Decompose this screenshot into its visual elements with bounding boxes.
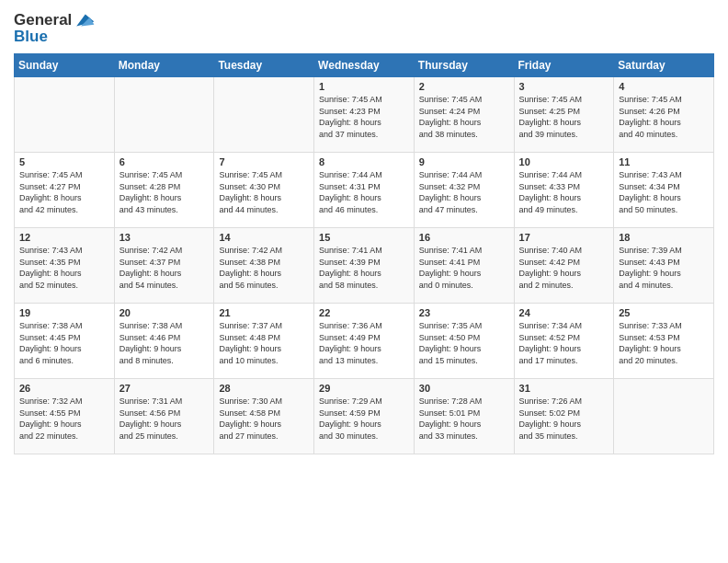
day-cell: 30Sunrise: 7:28 AM Sunset: 5:01 PM Dayli… xyxy=(414,379,514,454)
day-number: 15 xyxy=(319,232,409,243)
day-number: 12 xyxy=(19,232,109,243)
header: General Blue xyxy=(14,9,714,46)
day-content: Sunrise: 7:40 AM Sunset: 4:42 PM Dayligh… xyxy=(519,245,609,291)
day-content: Sunrise: 7:39 AM Sunset: 4:43 PM Dayligh… xyxy=(619,245,709,291)
day-content: Sunrise: 7:41 AM Sunset: 4:39 PM Dayligh… xyxy=(319,245,409,291)
weekday-header-wednesday: Wednesday xyxy=(314,54,415,77)
day-number: 5 xyxy=(19,156,109,167)
day-cell: 27Sunrise: 7:31 AM Sunset: 4:56 PM Dayli… xyxy=(114,379,214,454)
day-content: Sunrise: 7:38 AM Sunset: 4:46 PM Dayligh… xyxy=(119,320,210,366)
day-number: 24 xyxy=(519,307,609,318)
day-cell: 31Sunrise: 7:26 AM Sunset: 5:02 PM Dayli… xyxy=(514,379,614,454)
day-cell: 8Sunrise: 7:44 AM Sunset: 4:31 PM Daylig… xyxy=(314,153,415,228)
weekday-header-saturday: Saturday xyxy=(614,54,714,77)
day-cell: 13Sunrise: 7:42 AM Sunset: 4:37 PM Dayli… xyxy=(114,228,214,304)
day-number: 27 xyxy=(119,383,210,394)
day-cell: 20Sunrise: 7:38 AM Sunset: 4:46 PM Dayli… xyxy=(114,304,214,379)
day-cell xyxy=(614,379,714,454)
day-cell: 19Sunrise: 7:38 AM Sunset: 4:45 PM Dayli… xyxy=(15,304,115,379)
day-number: 31 xyxy=(519,383,609,394)
day-content: Sunrise: 7:32 AM Sunset: 4:55 PM Dayligh… xyxy=(19,396,109,442)
day-content: Sunrise: 7:30 AM Sunset: 4:58 PM Dayligh… xyxy=(219,396,309,442)
day-number: 18 xyxy=(619,232,709,243)
day-number: 11 xyxy=(619,156,709,167)
day-cell: 15Sunrise: 7:41 AM Sunset: 4:39 PM Dayli… xyxy=(314,228,415,304)
day-content: Sunrise: 7:28 AM Sunset: 5:01 PM Dayligh… xyxy=(419,396,509,442)
day-content: Sunrise: 7:38 AM Sunset: 4:45 PM Dayligh… xyxy=(19,320,109,366)
day-number: 22 xyxy=(319,307,409,318)
day-number: 16 xyxy=(419,232,509,243)
day-cell: 9Sunrise: 7:44 AM Sunset: 4:32 PM Daylig… xyxy=(414,153,514,228)
day-cell: 28Sunrise: 7:30 AM Sunset: 4:58 PM Dayli… xyxy=(214,379,314,454)
day-cell: 1Sunrise: 7:45 AM Sunset: 4:23 PM Daylig… xyxy=(314,77,415,153)
day-cell: 4Sunrise: 7:45 AM Sunset: 4:26 PM Daylig… xyxy=(614,77,714,153)
day-number: 6 xyxy=(119,156,210,167)
day-number: 10 xyxy=(519,156,609,167)
day-cell: 17Sunrise: 7:40 AM Sunset: 4:42 PM Dayli… xyxy=(514,228,614,304)
weekday-header-sunday: Sunday xyxy=(15,54,115,77)
day-content: Sunrise: 7:43 AM Sunset: 4:35 PM Dayligh… xyxy=(19,245,109,291)
week-row-1: 1Sunrise: 7:45 AM Sunset: 4:23 PM Daylig… xyxy=(15,77,714,153)
week-row-3: 12Sunrise: 7:43 AM Sunset: 4:35 PM Dayli… xyxy=(15,228,714,304)
day-cell: 22Sunrise: 7:36 AM Sunset: 4:49 PM Dayli… xyxy=(314,304,415,379)
logo-general-text: General xyxy=(14,11,72,29)
logo: General Blue xyxy=(14,9,96,46)
day-content: Sunrise: 7:43 AM Sunset: 4:34 PM Dayligh… xyxy=(619,169,709,215)
calendar-page: General Blue SundayMondayTuesdayWednesda… xyxy=(0,0,728,563)
day-cell: 14Sunrise: 7:42 AM Sunset: 4:38 PM Dayli… xyxy=(214,228,314,304)
week-row-2: 5Sunrise: 7:45 AM Sunset: 4:27 PM Daylig… xyxy=(15,153,714,228)
day-cell: 10Sunrise: 7:44 AM Sunset: 4:33 PM Dayli… xyxy=(514,153,614,228)
day-content: Sunrise: 7:37 AM Sunset: 4:48 PM Dayligh… xyxy=(219,320,309,366)
day-number: 7 xyxy=(219,156,309,167)
day-number: 30 xyxy=(419,383,509,394)
day-content: Sunrise: 7:34 AM Sunset: 4:52 PM Dayligh… xyxy=(519,320,609,366)
day-content: Sunrise: 7:42 AM Sunset: 4:38 PM Dayligh… xyxy=(219,245,309,291)
logo-icon xyxy=(74,9,96,31)
day-content: Sunrise: 7:33 AM Sunset: 4:53 PM Dayligh… xyxy=(619,320,709,366)
day-cell: 12Sunrise: 7:43 AM Sunset: 4:35 PM Dayli… xyxy=(15,228,115,304)
day-number: 26 xyxy=(19,383,109,394)
day-content: Sunrise: 7:26 AM Sunset: 5:02 PM Dayligh… xyxy=(519,396,609,442)
day-cell xyxy=(214,77,314,153)
day-number: 21 xyxy=(219,307,309,318)
day-content: Sunrise: 7:45 AM Sunset: 4:26 PM Dayligh… xyxy=(619,94,709,140)
day-cell: 25Sunrise: 7:33 AM Sunset: 4:53 PM Dayli… xyxy=(614,304,714,379)
day-number: 19 xyxy=(19,307,109,318)
weekday-header-row: SundayMondayTuesdayWednesdayThursdayFrid… xyxy=(15,54,714,77)
day-number: 20 xyxy=(119,307,210,318)
week-row-5: 26Sunrise: 7:32 AM Sunset: 4:55 PM Dayli… xyxy=(15,379,714,454)
calendar-table: SundayMondayTuesdayWednesdayThursdayFrid… xyxy=(14,53,714,454)
day-cell: 23Sunrise: 7:35 AM Sunset: 4:50 PM Dayli… xyxy=(414,304,514,379)
day-number: 25 xyxy=(619,307,709,318)
day-number: 13 xyxy=(119,232,210,243)
day-number: 2 xyxy=(419,81,509,92)
day-content: Sunrise: 7:42 AM Sunset: 4:37 PM Dayligh… xyxy=(119,245,210,291)
day-cell: 6Sunrise: 7:45 AM Sunset: 4:28 PM Daylig… xyxy=(114,153,214,228)
day-content: Sunrise: 7:44 AM Sunset: 4:32 PM Dayligh… xyxy=(419,169,509,215)
weekday-header-thursday: Thursday xyxy=(414,54,514,77)
day-cell: 16Sunrise: 7:41 AM Sunset: 4:41 PM Dayli… xyxy=(414,228,514,304)
day-number: 8 xyxy=(319,156,409,167)
day-content: Sunrise: 7:41 AM Sunset: 4:41 PM Dayligh… xyxy=(419,245,509,291)
day-cell: 7Sunrise: 7:45 AM Sunset: 4:30 PM Daylig… xyxy=(214,153,314,228)
week-row-4: 19Sunrise: 7:38 AM Sunset: 4:45 PM Dayli… xyxy=(15,304,714,379)
day-number: 28 xyxy=(219,383,309,394)
day-content: Sunrise: 7:36 AM Sunset: 4:49 PM Dayligh… xyxy=(319,320,409,366)
day-cell xyxy=(114,77,214,153)
day-content: Sunrise: 7:35 AM Sunset: 4:50 PM Dayligh… xyxy=(419,320,509,366)
day-content: Sunrise: 7:44 AM Sunset: 4:31 PM Dayligh… xyxy=(319,169,409,215)
day-content: Sunrise: 7:31 AM Sunset: 4:56 PM Dayligh… xyxy=(119,396,210,442)
day-cell: 21Sunrise: 7:37 AM Sunset: 4:48 PM Dayli… xyxy=(214,304,314,379)
day-number: 17 xyxy=(519,232,609,243)
day-number: 14 xyxy=(219,232,309,243)
day-content: Sunrise: 7:45 AM Sunset: 4:24 PM Dayligh… xyxy=(419,94,509,140)
day-content: Sunrise: 7:44 AM Sunset: 4:33 PM Dayligh… xyxy=(519,169,609,215)
day-number: 1 xyxy=(319,81,409,92)
day-cell: 3Sunrise: 7:45 AM Sunset: 4:25 PM Daylig… xyxy=(514,77,614,153)
weekday-header-monday: Monday xyxy=(114,54,214,77)
day-cell: 26Sunrise: 7:32 AM Sunset: 4:55 PM Dayli… xyxy=(15,379,115,454)
day-content: Sunrise: 7:45 AM Sunset: 4:28 PM Dayligh… xyxy=(119,169,210,215)
day-content: Sunrise: 7:45 AM Sunset: 4:30 PM Dayligh… xyxy=(219,169,309,215)
day-cell: 2Sunrise: 7:45 AM Sunset: 4:24 PM Daylig… xyxy=(414,77,514,153)
day-content: Sunrise: 7:29 AM Sunset: 4:59 PM Dayligh… xyxy=(319,396,409,442)
